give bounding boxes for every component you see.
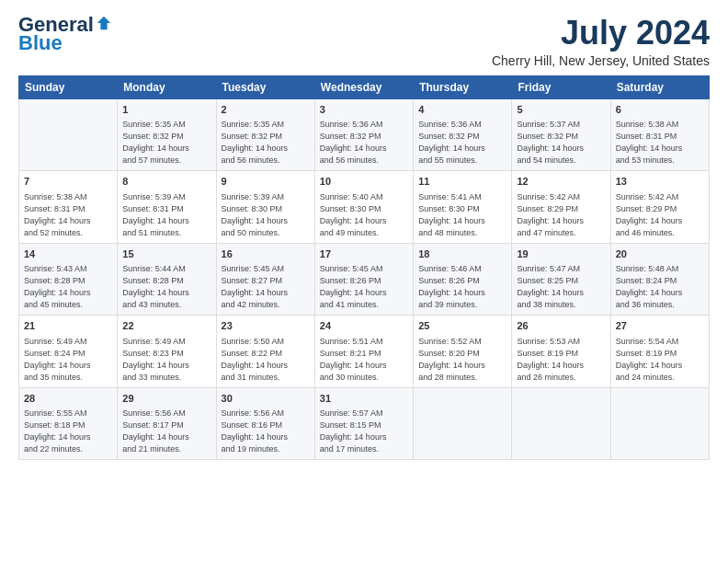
day-number: 19 [517,247,605,261]
day-number: 1 [122,103,210,117]
day-number: 2 [222,103,310,117]
day-number: 24 [320,319,408,333]
calendar-cell: 27Sunrise: 5:54 AM Sunset: 8:19 PM Dayli… [610,316,709,388]
calendar-cell [414,387,512,460]
cell-info: Sunrise: 5:42 AM Sunset: 8:29 PM Dayligh… [616,191,704,239]
day-number: 25 [418,319,506,333]
calendar-cell: 15Sunrise: 5:44 AM Sunset: 8:28 PM Dayli… [118,243,216,316]
calendar-cell: 24Sunrise: 5:51 AM Sunset: 8:21 PM Dayli… [314,316,413,388]
calendar-cell: 29Sunrise: 5:56 AM Sunset: 8:17 PM Dayli… [118,387,216,460]
day-number: 18 [418,247,506,261]
day-number: 15 [122,247,210,261]
calendar-cell: 30Sunrise: 5:56 AM Sunset: 8:16 PM Dayli… [216,387,314,460]
calendar-cell: 9Sunrise: 5:39 AM Sunset: 8:30 PM Daylig… [216,171,314,244]
day-number: 20 [616,247,704,261]
day-number: 10 [320,175,408,189]
cell-info: Sunrise: 5:45 AM Sunset: 8:26 PM Dayligh… [320,263,408,311]
cell-info: Sunrise: 5:56 AM Sunset: 8:17 PM Dayligh… [122,408,210,455]
cell-info: Sunrise: 5:50 AM Sunset: 8:22 PM Dayligh… [222,336,310,384]
calendar-cell: 25Sunrise: 5:52 AM Sunset: 8:20 PM Dayli… [414,316,512,388]
logo-blue: Blue [18,31,63,55]
calendar-cell: 20Sunrise: 5:48 AM Sunset: 8:24 PM Dayli… [610,243,709,316]
day-header-monday: Monday [118,75,216,98]
day-number: 28 [24,392,112,406]
cell-info: Sunrise: 5:46 AM Sunset: 8:26 PM Dayligh… [418,263,506,311]
cell-info: Sunrise: 5:35 AM Sunset: 8:32 PM Dayligh… [122,119,210,167]
cell-info: Sunrise: 5:51 AM Sunset: 8:21 PM Dayligh… [320,336,408,384]
day-number: 26 [517,319,605,333]
day-number: 22 [122,319,210,333]
day-header-sunday: Sunday [19,75,118,98]
day-number: 13 [616,175,704,189]
calendar-cell: 4Sunrise: 5:36 AM Sunset: 8:32 PM Daylig… [414,98,512,171]
day-number: 29 [122,392,210,406]
day-number: 11 [418,175,506,189]
cell-info: Sunrise: 5:54 AM Sunset: 8:19 PM Dayligh… [616,336,704,384]
day-header-thursday: Thursday [414,75,512,98]
calendar-cell: 28Sunrise: 5:55 AM Sunset: 8:18 PM Dayli… [19,387,118,460]
logo: General Blue [18,15,112,55]
cell-info: Sunrise: 5:42 AM Sunset: 8:29 PM Dayligh… [517,191,605,239]
page: General Blue July 2024 Cherry Hill, New … [0,0,728,563]
calendar-cell: 31Sunrise: 5:57 AM Sunset: 8:15 PM Dayli… [314,387,413,460]
day-number: 5 [517,103,605,117]
calendar-cell: 21Sunrise: 5:49 AM Sunset: 8:24 PM Dayli… [19,316,118,388]
calendar-cell: 16Sunrise: 5:45 AM Sunset: 8:27 PM Dayli… [216,243,314,316]
day-number: 12 [517,175,605,189]
cell-info: Sunrise: 5:56 AM Sunset: 8:16 PM Dayligh… [222,408,310,455]
calendar-cell: 11Sunrise: 5:41 AM Sunset: 8:30 PM Dayli… [414,171,512,244]
day-number: 8 [122,175,210,189]
calendar-cell: 14Sunrise: 5:43 AM Sunset: 8:28 PM Dayli… [19,243,118,316]
calendar-cell: 17Sunrise: 5:45 AM Sunset: 8:26 PM Dayli… [314,243,413,316]
day-header-tuesday: Tuesday [216,75,314,98]
calendar-cell: 13Sunrise: 5:42 AM Sunset: 8:29 PM Dayli… [610,171,709,244]
month-year: July 2024 [492,15,710,52]
svg-marker-0 [97,17,110,29]
cell-info: Sunrise: 5:52 AM Sunset: 8:20 PM Dayligh… [418,336,506,384]
logo-icon [96,15,112,31]
calendar-cell: 2Sunrise: 5:35 AM Sunset: 8:32 PM Daylig… [216,98,314,171]
day-header-wednesday: Wednesday [314,75,413,98]
day-number: 7 [24,175,112,189]
cell-info: Sunrise: 5:53 AM Sunset: 8:19 PM Dayligh… [517,336,605,384]
cell-info: Sunrise: 5:40 AM Sunset: 8:30 PM Dayligh… [320,191,408,239]
cell-info: Sunrise: 5:43 AM Sunset: 8:28 PM Dayligh… [24,263,112,311]
cell-info: Sunrise: 5:39 AM Sunset: 8:31 PM Dayligh… [122,191,210,239]
cell-info: Sunrise: 5:47 AM Sunset: 8:25 PM Dayligh… [517,263,605,311]
cell-info: Sunrise: 5:39 AM Sunset: 8:30 PM Dayligh… [222,191,310,239]
calendar-cell: 23Sunrise: 5:50 AM Sunset: 8:22 PM Dayli… [216,316,314,388]
calendar-cell: 7Sunrise: 5:38 AM Sunset: 8:31 PM Daylig… [19,171,118,244]
cell-info: Sunrise: 5:49 AM Sunset: 8:23 PM Dayligh… [122,336,210,384]
calendar-cell: 1Sunrise: 5:35 AM Sunset: 8:32 PM Daylig… [118,98,216,171]
week-row-1: 1Sunrise: 5:35 AM Sunset: 8:32 PM Daylig… [19,98,710,171]
title-section: July 2024 Cherry Hill, New Jersey, Unite… [492,15,710,68]
day-number: 3 [320,103,408,117]
calendar-cell: 22Sunrise: 5:49 AM Sunset: 8:23 PM Dayli… [118,316,216,388]
calendar-cell [610,387,709,460]
calendar-cell: 5Sunrise: 5:37 AM Sunset: 8:32 PM Daylig… [512,98,610,171]
calendar-cell: 12Sunrise: 5:42 AM Sunset: 8:29 PM Dayli… [512,171,610,244]
week-row-5: 28Sunrise: 5:55 AM Sunset: 8:18 PM Dayli… [19,387,710,460]
calendar-cell: 26Sunrise: 5:53 AM Sunset: 8:19 PM Dayli… [512,316,610,388]
day-header-friday: Friday [512,75,610,98]
cell-info: Sunrise: 5:38 AM Sunset: 8:31 PM Dayligh… [24,191,112,239]
cell-info: Sunrise: 5:36 AM Sunset: 8:32 PM Dayligh… [320,119,408,167]
cell-info: Sunrise: 5:48 AM Sunset: 8:24 PM Dayligh… [616,263,704,311]
cell-info: Sunrise: 5:49 AM Sunset: 8:24 PM Dayligh… [24,336,112,384]
day-header-saturday: Saturday [610,75,709,98]
day-number: 16 [222,247,310,261]
week-row-2: 7Sunrise: 5:38 AM Sunset: 8:31 PM Daylig… [19,171,710,244]
day-number: 21 [24,319,112,333]
location: Cherry Hill, New Jersey, United States [492,53,710,68]
calendar-cell: 18Sunrise: 5:46 AM Sunset: 8:26 PM Dayli… [414,243,512,316]
day-number: 14 [24,247,112,261]
calendar-cell: 19Sunrise: 5:47 AM Sunset: 8:25 PM Dayli… [512,243,610,316]
cell-info: Sunrise: 5:41 AM Sunset: 8:30 PM Dayligh… [418,191,506,239]
calendar-cell [19,98,118,171]
calendar-cell: 3Sunrise: 5:36 AM Sunset: 8:32 PM Daylig… [314,98,413,171]
day-number: 9 [222,175,310,189]
day-number: 31 [320,392,408,406]
calendar-cell: 10Sunrise: 5:40 AM Sunset: 8:30 PM Dayli… [314,171,413,244]
cell-info: Sunrise: 5:37 AM Sunset: 8:32 PM Dayligh… [517,119,605,167]
week-row-3: 14Sunrise: 5:43 AM Sunset: 8:28 PM Dayli… [19,243,710,316]
